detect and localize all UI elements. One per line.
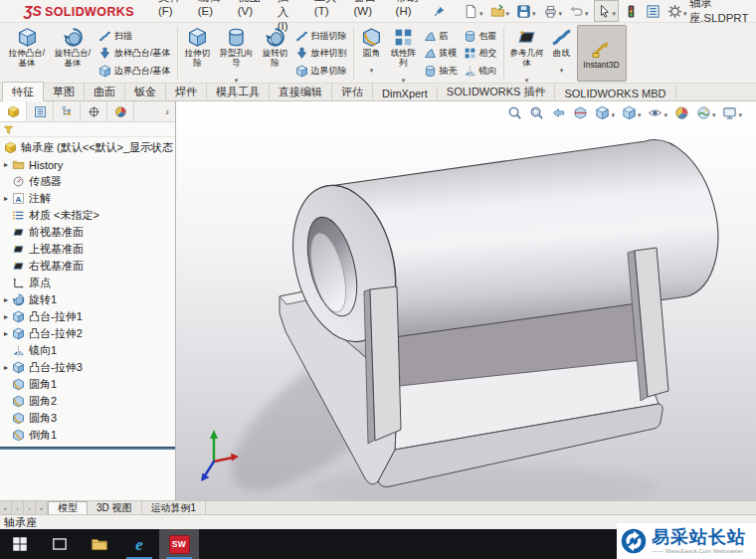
- dropdown-caret-icon[interactable]: [506, 2, 510, 20]
- rebuild-button[interactable]: [622, 3, 641, 20]
- instant3d-toggle-button[interactable]: Instant3D: [577, 25, 627, 82]
- lofted-cut-button[interactable]: 放样切割: [295, 47, 347, 60]
- swept-boss-button[interactable]: 扫描: [98, 30, 171, 43]
- previous-view-button[interactable]: [551, 105, 566, 120]
- tree-item-front-plane[interactable]: 前视基准面: [0, 224, 175, 241]
- tab-direct-editing[interactable]: 直接编辑: [270, 83, 332, 100]
- tab-scroll-last-button[interactable]: [36, 501, 48, 514]
- hole-wizard-button[interactable]: 异型孔向导: [215, 25, 259, 82]
- dropdown-caret-icon[interactable]: [402, 69, 406, 87]
- tree-item-material[interactable]: 材质 <未指定>: [0, 207, 175, 224]
- dimxpertmanager-tab[interactable]: [81, 101, 107, 121]
- expand-arrow-icon[interactable]: [0, 312, 12, 321]
- tree-item-boss-extrude1[interactable]: 凸台-拉伸1: [0, 308, 175, 325]
- tree-item-right-plane[interactable]: 右视基准面: [0, 258, 175, 275]
- graphics-viewport[interactable]: [176, 101, 756, 500]
- zoom-fit-button[interactable]: [507, 105, 522, 120]
- section-view-button[interactable]: [573, 105, 588, 120]
- lofted-boss-button[interactable]: 放样凸台/基体: [98, 47, 171, 60]
- wrap-button[interactable]: 包覆: [464, 30, 497, 43]
- rollback-bar[interactable]: [0, 447, 175, 450]
- select-cursor-button[interactable]: [594, 0, 620, 22]
- expand-arrow-icon[interactable]: [0, 295, 12, 304]
- featuremanager-tree-tab[interactable]: [0, 101, 27, 121]
- edge-browser-button[interactable]: [119, 529, 159, 559]
- file-explorer-button[interactable]: [80, 529, 119, 559]
- dropdown-caret-icon[interactable]: [559, 2, 563, 20]
- undo-button[interactable]: [567, 1, 591, 21]
- tree-item-boss-extrude3[interactable]: 凸台-拉伸3: [0, 359, 175, 376]
- intersect-button[interactable]: 相交: [464, 47, 497, 60]
- tab-evaluate[interactable]: 评估: [332, 83, 373, 100]
- shell-button[interactable]: 抽壳: [424, 65, 458, 78]
- solidworks-taskbar-button[interactable]: SW: [159, 529, 199, 559]
- expand-arrow-icon[interactable]: [0, 194, 12, 203]
- expand-arrow-icon[interactable]: [0, 160, 12, 169]
- view-orientation-button[interactable]: [595, 103, 615, 121]
- save-button[interactable]: [514, 1, 538, 21]
- panel-flyout-chevron-icon[interactable]: [159, 101, 175, 121]
- propertymanager-tab[interactable]: [27, 101, 54, 121]
- open-document-button[interactable]: [488, 1, 512, 21]
- tree-item-sensors[interactable]: 传感器: [0, 173, 175, 190]
- tab-features[interactable]: 特征: [2, 82, 44, 101]
- dropdown-caret-icon[interactable]: [683, 2, 687, 20]
- dropdown-caret-icon[interactable]: [712, 103, 716, 121]
- displaymanager-tab[interactable]: [107, 101, 134, 121]
- dropdown-caret-icon[interactable]: [560, 59, 564, 77]
- tab-3d-views[interactable]: 3D 视图: [88, 501, 142, 514]
- task-view-button[interactable]: [40, 529, 80, 559]
- task-pane-button[interactable]: [644, 3, 662, 20]
- hide-show-items-button[interactable]: [648, 103, 667, 121]
- swept-cut-button[interactable]: 扫描切除: [295, 30, 347, 43]
- tree-item-fillet3[interactable]: 圆角3: [0, 410, 175, 427]
- view-settings-button[interactable]: [722, 103, 742, 121]
- tab-dimxpert[interactable]: DimXpert: [373, 86, 438, 100]
- zoom-to-area-button[interactable]: [529, 105, 544, 120]
- tree-item-mirror1[interactable]: 镜向1: [0, 342, 175, 359]
- pin-menu-icon[interactable]: [433, 5, 446, 18]
- tree-item-history[interactable]: History: [0, 156, 175, 173]
- display-style-button[interactable]: [622, 103, 642, 121]
- apply-scene-button[interactable]: [696, 103, 716, 121]
- tab-motion-study1[interactable]: 运动算例1: [142, 501, 207, 514]
- dropdown-caret-icon[interactable]: [370, 59, 374, 77]
- curves-button[interactable]: 曲线: [547, 25, 577, 82]
- tree-root-item[interactable]: 轴承座 (默认<<默认>_显示状态 1>): [0, 139, 175, 156]
- draft-button[interactable]: 拔模: [424, 47, 458, 60]
- configurationmanager-tab[interactable]: [54, 101, 81, 121]
- tab-scroll-first-button[interactable]: [0, 501, 12, 514]
- reference-geometry-button[interactable]: 参考几何体: [507, 25, 547, 82]
- extruded-boss-button[interactable]: 拉伸凸台/基体: [4, 25, 50, 82]
- tree-filter-row[interactable]: [0, 122, 175, 137]
- tab-solidworks-mbd[interactable]: SOLIDWORKS MBD: [555, 86, 675, 100]
- print-button[interactable]: [541, 1, 565, 21]
- tree-item-top-plane[interactable]: 上视基准面: [0, 241, 175, 258]
- edit-appearance-button[interactable]: [674, 105, 689, 120]
- mirror-button[interactable]: 镜向: [464, 65, 497, 78]
- boundary-boss-button[interactable]: 边界凸台/基体: [98, 65, 171, 78]
- revolved-cut-button[interactable]: 旋转切除: [259, 25, 292, 82]
- options-gear-button[interactable]: [665, 1, 689, 21]
- expand-arrow-icon[interactable]: [0, 329, 12, 338]
- new-document-button[interactable]: [462, 1, 485, 21]
- linear-pattern-button[interactable]: 线性阵列: [387, 25, 421, 82]
- tree-item-annotations[interactable]: 注解: [0, 190, 175, 207]
- dropdown-caret-icon[interactable]: [663, 103, 667, 121]
- tab-scroll-next-button[interactable]: [24, 501, 36, 514]
- tab-weldments[interactable]: 焊件: [166, 83, 207, 100]
- tab-sketch[interactable]: 草图: [44, 83, 85, 100]
- tab-scroll-prev-button[interactable]: [12, 501, 24, 514]
- tree-item-fillet2[interactable]: 圆角2: [0, 393, 175, 410]
- tab-solidworks-addins[interactable]: SOLIDWORKS 插件: [438, 83, 556, 100]
- dropdown-caret-icon[interactable]: [585, 2, 589, 20]
- extruded-cut-button[interactable]: 拉伸切除: [181, 25, 215, 82]
- tab-model[interactable]: 模型: [48, 501, 88, 514]
- dropdown-caret-icon[interactable]: [611, 103, 615, 121]
- tree-item-revolve1[interactable]: 旋转1: [0, 291, 175, 308]
- dropdown-caret-icon[interactable]: [638, 103, 642, 121]
- start-button[interactable]: [0, 529, 40, 559]
- bearing-seat-model[interactable]: [176, 101, 756, 500]
- rib-button[interactable]: 筋: [424, 30, 458, 43]
- expand-arrow-icon[interactable]: [0, 363, 12, 372]
